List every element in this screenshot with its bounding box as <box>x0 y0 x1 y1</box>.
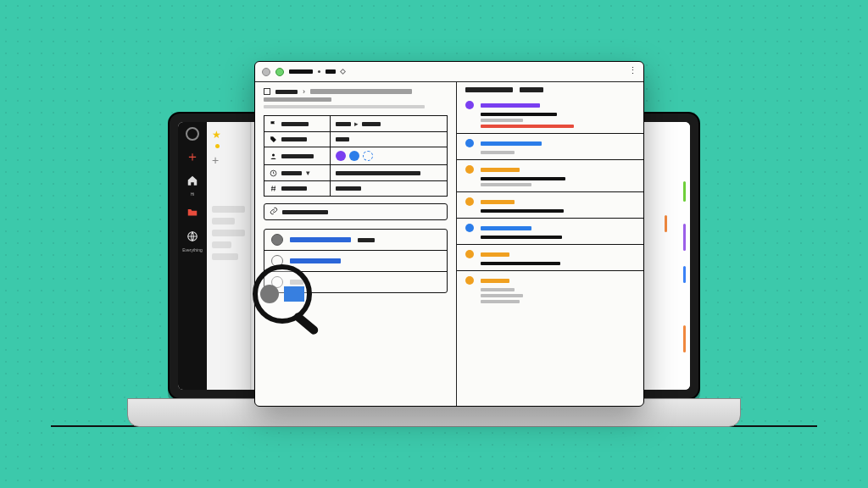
hash-icon <box>270 185 277 192</box>
task-status-icon[interactable] <box>271 276 283 288</box>
item-line <box>481 125 574 128</box>
task-progress <box>290 237 351 242</box>
item-line <box>481 300 520 303</box>
app-list-column: ★ + <box>207 122 251 390</box>
square-icon <box>264 88 270 95</box>
traffic-light-close[interactable] <box>262 68 270 76</box>
list-item[interactable] <box>212 253 238 260</box>
globe-icon[interactable] <box>185 229 200 244</box>
detail-left-pane: › ▸ <box>255 82 457 406</box>
separator-dot-icon <box>318 70 320 73</box>
clock-icon <box>270 169 277 177</box>
right-list-item[interactable] <box>457 133 643 159</box>
page-title <box>264 97 331 102</box>
add-assignee-icon[interactable] <box>363 151 373 161</box>
property-row: ▸ <box>264 116 447 131</box>
right-pane-header <box>457 82 643 96</box>
item-line <box>481 236 562 239</box>
menu-icon[interactable] <box>186 127 199 141</box>
popup-titlebar[interactable]: ⋮ <box>255 62 643 82</box>
dot-icon <box>215 144 220 148</box>
attachment-link[interactable] <box>264 203 448 220</box>
calendar-event[interactable] <box>665 215 667 232</box>
task-status-icon[interactable] <box>271 255 283 267</box>
chevron-down-icon[interactable]: ▾ <box>306 169 310 177</box>
titlebar-text <box>326 69 336 74</box>
calendar-event[interactable] <box>683 181 686 202</box>
task-detail-popup: ⋮ › ▸ <box>254 61 644 407</box>
header-pill[interactable] <box>520 87 543 92</box>
subtask-row[interactable] <box>264 271 447 292</box>
home-icon[interactable] <box>185 173 200 188</box>
breadcrumb[interactable]: › <box>255 82 456 97</box>
status-dot-icon <box>465 250 474 258</box>
svg-point-1 <box>272 153 275 156</box>
property-value[interactable]: ▸ <box>331 116 447 131</box>
link-icon <box>270 207 278 217</box>
task-progress <box>290 280 303 285</box>
link-label <box>282 210 328 214</box>
item-title <box>481 168 520 172</box>
subtask-list <box>264 229 448 293</box>
globe-label: Everything <box>182 247 203 252</box>
header-pill[interactable] <box>465 87 513 92</box>
app-sidebar: ＋ Hi Everything <box>178 122 207 390</box>
tag-icon <box>270 136 277 143</box>
list-item[interactable] <box>212 218 235 225</box>
right-list-item[interactable] <box>457 244 643 270</box>
item-title <box>481 279 509 283</box>
item-line <box>481 113 557 116</box>
status-dot-icon <box>465 224 474 232</box>
user-icon <box>270 152 277 160</box>
subtask-row[interactable] <box>264 230 447 250</box>
avatar[interactable] <box>349 151 359 161</box>
list-item[interactable] <box>212 206 245 213</box>
task-status-icon[interactable] <box>271 234 283 246</box>
kebab-menu-icon[interactable]: ⋮ <box>628 65 638 76</box>
folder-icon[interactable] <box>185 205 200 220</box>
assignees[interactable] <box>331 147 447 164</box>
flag-icon <box>270 120 277 128</box>
properties-table: ▸ ▾ <box>264 115 448 197</box>
list-item[interactable] <box>212 241 231 248</box>
item-line <box>481 183 531 186</box>
task-progress <box>290 258 341 263</box>
right-list-item[interactable] <box>457 96 643 133</box>
property-value[interactable] <box>331 132 447 147</box>
calendar-event[interactable] <box>683 266 686 283</box>
calendar-event[interactable] <box>683 224 686 251</box>
subtask-row[interactable] <box>264 250 447 271</box>
property-row <box>264 147 447 164</box>
add-list-icon[interactable]: + <box>212 153 245 167</box>
status-dot-icon <box>465 276 474 285</box>
chevron-right-icon: ▸ <box>354 119 359 128</box>
property-value[interactable] <box>331 165 447 180</box>
page-subtitle <box>264 105 425 108</box>
right-list-item[interactable] <box>457 270 643 308</box>
item-title <box>481 252 509 257</box>
calendar-event[interactable] <box>683 325 686 352</box>
breadcrumb-segment <box>275 90 298 94</box>
item-title <box>481 141 542 146</box>
list-item[interactable] <box>212 230 245 236</box>
item-title <box>481 226 531 230</box>
status-dot-icon <box>465 165 474 174</box>
traffic-light-min[interactable] <box>275 68 284 76</box>
avatar[interactable] <box>336 151 346 161</box>
star-icon[interactable]: ★ <box>212 129 245 141</box>
item-line <box>481 288 515 291</box>
chevron-right-icon: › <box>303 87 305 96</box>
item-title <box>481 200 515 204</box>
right-list-item[interactable] <box>457 159 643 191</box>
status-dot-icon <box>465 139 474 147</box>
right-list-item[interactable] <box>457 191 643 218</box>
detail-right-pane <box>457 82 643 406</box>
home-label: Hi <box>191 191 195 197</box>
item-line <box>481 177 565 180</box>
breadcrumb-segment <box>310 89 412 94</box>
item-line <box>481 151 515 154</box>
right-list-item[interactable] <box>457 218 643 244</box>
property-value[interactable] <box>331 181 447 196</box>
property-row <box>264 131 447 147</box>
plus-icon[interactable]: ＋ <box>185 149 200 164</box>
